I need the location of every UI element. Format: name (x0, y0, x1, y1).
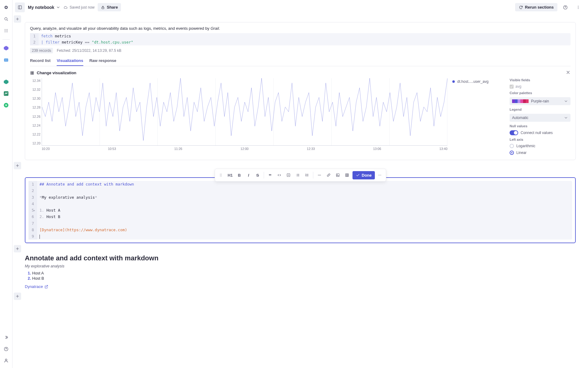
quote-button[interactable] (266, 170, 274, 180)
tab-record-list[interactable]: Record list (30, 56, 51, 66)
app-icon-4[interactable] (1, 89, 11, 98)
done-button[interactable]: Done (352, 171, 375, 179)
list-item: Host A (32, 271, 576, 275)
svg-rect-31 (32, 73, 34, 74)
chevron-down-icon (564, 99, 568, 103)
axis-linear-radio[interactable]: Linear (510, 151, 571, 155)
add-section-button[interactable] (14, 245, 21, 252)
app-icon-1[interactable] (1, 43, 11, 53)
notebook-title-text: My notebook (28, 5, 54, 10)
svg-point-19 (6, 350, 6, 350)
add-section-button[interactable] (14, 293, 21, 300)
table-button[interactable] (343, 170, 351, 180)
legend-select[interactable]: Automatic (510, 114, 571, 122)
fetched-info: Fetched: 25/11/2022, 14:13:29, 87.5 kB (57, 48, 121, 53)
svg-text:3: 3 (305, 175, 306, 177)
markdown-editor[interactable]: 1## Annotate and add context with markdo… (28, 181, 572, 240)
legend-item[interactable]: dt.host.....user_avg (452, 79, 504, 84)
strike-button[interactable]: S (253, 170, 262, 180)
x-axis: 10:2010:5311:2612:0012:3313:0613:40 (30, 146, 447, 151)
italic-button[interactable]: I (244, 170, 253, 180)
heading-button[interactable]: H1 (226, 170, 234, 180)
chart-plot[interactable] (42, 78, 447, 146)
topbar: My notebook Saved just now Share Rerun s… (13, 0, 588, 15)
viz-icon (30, 71, 34, 75)
tab-raw-response[interactable]: Raw response (89, 56, 116, 66)
svg-rect-21 (18, 6, 22, 9)
markdown-section: 1## Annotate and add context with markdo… (25, 177, 576, 243)
link-button[interactable] (324, 170, 333, 180)
external-link-icon (44, 285, 48, 289)
svg-point-4 (7, 29, 8, 30)
y-axis: 12.3412.3212.3012.2812.2612.2412.2212.20 (30, 78, 42, 146)
check-icon (356, 173, 360, 177)
refresh-icon (519, 5, 523, 10)
svg-point-14 (6, 60, 7, 61)
add-section-button[interactable] (14, 162, 21, 169)
svg-point-48 (378, 175, 379, 175)
notebook-title[interactable]: My notebook (28, 5, 60, 10)
help-icon[interactable] (1, 344, 11, 354)
svg-rect-12 (4, 59, 8, 62)
chart-area: 12.3412.3212.3012.2812.2612.2412.2212.20… (30, 78, 447, 155)
rendered-markdown: Annotate and add context with markdown M… (25, 252, 576, 289)
app-icon-2[interactable] (1, 55, 11, 65)
visible-field-avg[interactable]: avg (510, 84, 571, 89)
rerun-button[interactable]: Rerun sections (515, 3, 557, 11)
app-icon-3[interactable] (1, 77, 11, 87)
change-viz-label[interactable]: Change visualization (37, 71, 76, 75)
svg-point-34 (220, 175, 221, 175)
bold-button[interactable]: B (235, 170, 243, 180)
axis-log-radio[interactable]: Logarithmic (510, 144, 571, 148)
svg-rect-47 (345, 174, 348, 176)
svg-point-32 (220, 174, 221, 174)
image-button[interactable] (334, 170, 342, 180)
svg-point-37 (221, 176, 222, 176)
null-toggle[interactable]: Connect null values (510, 130, 571, 135)
markdown-toolbar: H1 B I S 123 Done (215, 169, 386, 182)
ol-button[interactable]: 123 (303, 170, 311, 180)
chevron-down-icon (56, 5, 60, 10)
tab-visualizations[interactable]: Visualizations (57, 56, 83, 66)
share-button[interactable]: Share (98, 3, 121, 11)
panel-toggle-icon[interactable] (15, 2, 25, 12)
svg-point-13 (5, 60, 6, 61)
svg-rect-22 (102, 7, 104, 9)
svg-point-49 (379, 175, 380, 175)
apps-icon[interactable] (1, 26, 11, 36)
code-editor[interactable]: 1fetch metrics 2| filter metricKey == "d… (30, 33, 571, 45)
rendered-subtitle: My explorative analysis (25, 264, 576, 268)
cloud-icon (63, 5, 68, 10)
drag-handle-icon[interactable] (217, 170, 225, 180)
close-viz-icon[interactable] (566, 70, 571, 76)
palette-swatch-icon (512, 99, 529, 103)
expand-sidebar-icon[interactable] (1, 332, 11, 342)
search-icon[interactable] (1, 14, 11, 24)
rendered-heading: Annotate and add context with markdown (25, 254, 576, 262)
record-count-badge: 239 records (30, 48, 53, 53)
palette-select[interactable]: Purple-rain (510, 97, 571, 105)
hr-button[interactable] (315, 170, 324, 180)
help-button[interactable] (560, 2, 570, 12)
more-toolbar-button[interactable] (375, 170, 384, 180)
svg-rect-28 (31, 71, 32, 73)
logo-icon[interactable] (1, 2, 11, 12)
codeblock-button[interactable] (284, 170, 293, 180)
fold-icon[interactable]: ▾ (33, 208, 35, 213)
user-icon[interactable] (1, 356, 11, 366)
svg-point-10 (7, 32, 8, 32)
svg-rect-29 (32, 71, 34, 73)
add-section-button[interactable] (14, 15, 21, 23)
list-item: Host B (32, 276, 576, 281)
more-button[interactable] (573, 2, 583, 12)
svg-point-7 (7, 30, 8, 31)
ul-button[interactable] (293, 170, 302, 180)
code-button[interactable] (275, 170, 284, 180)
svg-rect-30 (31, 73, 32, 74)
rendered-link[interactable]: Dynatrace (25, 284, 48, 289)
svg-point-3 (6, 29, 6, 30)
app-icon-5[interactable] (1, 100, 11, 110)
svg-point-2 (5, 29, 5, 30)
sidebar (0, 0, 13, 368)
lock-icon (101, 5, 105, 10)
